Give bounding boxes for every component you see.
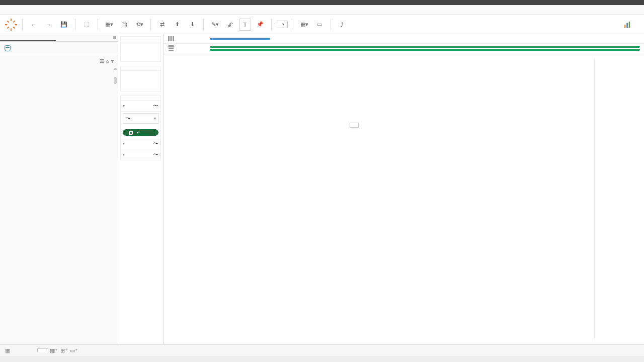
cards-icon[interactable]: ▦▾: [298, 19, 310, 31]
clear-icon[interactable]: ⟲▾: [133, 19, 145, 31]
datasource-tab-icon[interactable]: ▦: [3, 346, 12, 355]
tab-datasource[interactable]: [13, 348, 24, 352]
save-icon[interactable]: 💾: [58, 19, 70, 31]
svg-rect-9: [169, 50, 174, 51]
columns-icon: [168, 35, 175, 42]
marks-all[interactable]: ▾〜: [121, 101, 160, 112]
svg-rect-6: [173, 36, 174, 41]
datasource-row[interactable]: [0, 42, 118, 55]
pin-icon[interactable]: 📌: [254, 19, 266, 31]
svg-rect-2: [629, 21, 630, 27]
svg-rect-4: [168, 36, 170, 41]
group-icon[interactable]: 🖇: [224, 19, 236, 31]
marks-sum2[interactable]: ▸〜: [121, 149, 160, 160]
tab-data[interactable]: [0, 34, 56, 41]
tooltip: [350, 123, 359, 128]
new-data-icon[interactable]: ⬚: [80, 19, 93, 31]
fit-dropdown[interactable]: [277, 21, 288, 28]
tab-menu-icon[interactable]: ≡: [112, 34, 118, 41]
duplicate-icon[interactable]: ⿻: [118, 19, 130, 31]
share-icon[interactable]: ⤴: [336, 19, 348, 31]
back-icon[interactable]: ←: [28, 19, 40, 31]
menubar[interactable]: [0, 5, 644, 15]
sheet-tabs: ▦ ▦⁺ ⊞⁺ ▭⁺: [0, 344, 644, 356]
chart[interactable]: [171, 60, 594, 251]
highlight-icon[interactable]: ✎▾: [209, 19, 221, 31]
tab-sheet1[interactable]: [25, 348, 36, 352]
forward-icon[interactable]: →: [43, 19, 55, 31]
tab-sheet2[interactable]: [37, 348, 48, 352]
tab-analytics[interactable]: [56, 34, 112, 41]
data-panel: ≡ ☰⌕▾: [0, 34, 118, 344]
labels-icon[interactable]: T: [239, 19, 251, 31]
mark-type-dropdown[interactable]: 〜: [123, 113, 158, 124]
statusbar: [0, 356, 644, 362]
columns-pill-product[interactable]: [210, 38, 270, 40]
svg-rect-7: [169, 45, 174, 47]
new-sheet-icon[interactable]: ▦▾: [103, 19, 115, 31]
svg-rect-0: [624, 25, 626, 28]
datasource-icon: [4, 45, 11, 52]
pages-shelf[interactable]: [121, 37, 160, 41]
toolbar: ← → 💾 ⬚ ▦▾ ⿻ ⟲▾ ⇄ ⬆ ⬇ ✎▾ 🖇 T 📌 ▦▾ ▭ ⤴: [0, 15, 644, 34]
new-story-icon[interactable]: ▭⁺: [69, 346, 78, 355]
marks-sum1[interactable]: ▸〜: [121, 138, 160, 149]
svg-rect-5: [171, 36, 172, 41]
svg-rect-8: [169, 48, 174, 49]
measure-names-pill[interactable]: [123, 129, 158, 136]
rows-icon: [168, 45, 175, 52]
show-me-button[interactable]: [619, 20, 639, 29]
legend: [594, 58, 637, 339]
swap-icon[interactable]: ⇄: [156, 19, 168, 31]
shelves-panel: ▾〜 〜 ▸〜 ▸〜: [118, 34, 164, 344]
tableau-icon: [5, 19, 17, 31]
present-icon[interactable]: ▭: [313, 19, 326, 31]
search-icon[interactable]: ⌕: [106, 58, 109, 64]
filters-shelf[interactable]: [121, 66, 160, 71]
sort-asc-icon[interactable]: ⬆: [171, 19, 183, 31]
showme-icon: [624, 21, 631, 28]
rows-pill-profit[interactable]: [210, 49, 640, 51]
svg-rect-1: [626, 23, 628, 28]
view-icon[interactable]: ☰: [100, 58, 104, 64]
svg-point-3: [5, 45, 11, 47]
new-worksheet-icon[interactable]: ▦⁺: [49, 346, 58, 355]
sort-desc-icon[interactable]: ⬇: [186, 19, 198, 31]
new-dashboard-icon[interactable]: ⊞⁺: [59, 346, 68, 355]
marks-shelf: [121, 96, 160, 101]
menu-icon[interactable]: ▾: [111, 58, 114, 64]
rows-pill-sales[interactable]: [210, 46, 640, 48]
canvas: [164, 34, 644, 344]
